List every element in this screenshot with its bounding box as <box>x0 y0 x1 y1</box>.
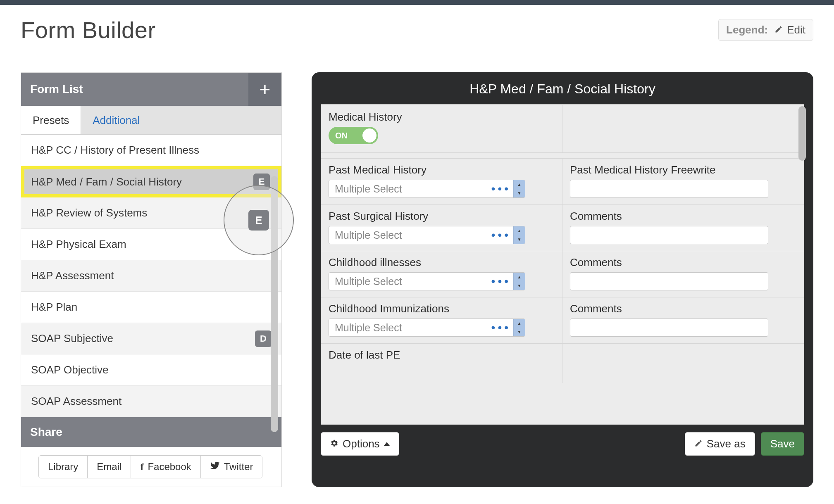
form-list-item[interactable]: H&P Physical Exam <box>21 229 281 260</box>
twitter-icon <box>210 461 220 473</box>
select-placeholder: Multiple Select <box>329 183 489 195</box>
form-item-label: H&P Review of Systems <box>31 207 147 219</box>
form-list-item[interactable]: SOAP Subjective D <box>21 323 281 354</box>
form-editor-panel: H&P Med / Fam / Social History Medical H… <box>312 72 813 487</box>
legend-label: Legend: <box>726 24 768 36</box>
share-button-group: Library Email f Facebook Twitter <box>38 455 262 478</box>
field-label: Past Medical History <box>329 164 555 176</box>
form-list-item[interactable]: H&P Review of Systems <box>21 197 281 229</box>
form-editor-title: H&P Med / Fam / Social History <box>312 72 813 104</box>
form-list: H&P CC / History of Present Illness H&P … <box>21 135 281 417</box>
facebook-icon: f <box>140 461 143 473</box>
pencil-icon <box>694 437 703 450</box>
form-list-scrollbar[interactable] <box>271 176 278 432</box>
form-item-label: SOAP Objective <box>31 364 108 376</box>
tab-additional[interactable]: Additional <box>81 106 151 134</box>
save-button[interactable]: Save <box>761 432 804 456</box>
gear-icon <box>330 437 338 450</box>
form-list-item[interactable]: H&P CC / History of Present Illness <box>21 135 281 166</box>
field-label: Childhood Immunizations <box>329 302 555 315</box>
immunizations-comments-input[interactable] <box>570 319 768 337</box>
form-list-header: Form List + <box>21 73 281 106</box>
medical-history-toggle[interactable]: ON <box>329 127 378 144</box>
stepper-icon[interactable]: ▲▼ <box>513 319 525 336</box>
form-list-item[interactable]: SOAP Assessment <box>21 386 281 417</box>
surgical-comments-input[interactable] <box>570 226 768 244</box>
plus-icon: + <box>260 78 271 100</box>
form-item-label: SOAP Assessment <box>31 395 122 408</box>
ellipsis-icon: ••• <box>489 275 513 288</box>
stepper-icon[interactable]: ▲▼ <box>513 226 525 244</box>
form-item-label: H&P Plan <box>31 301 77 314</box>
form-item-label: H&P Physical Exam <box>31 238 126 251</box>
field-label: Comments <box>570 256 796 269</box>
childhood-illness-comments-input[interactable] <box>570 272 768 290</box>
select-placeholder: Multiple Select <box>329 322 489 334</box>
ellipsis-icon: ••• <box>489 321 513 334</box>
form-item-label: H&P CC / History of Present Illness <box>31 144 199 157</box>
share-facebook-label: Facebook <box>148 461 191 473</box>
save-label: Save <box>770 437 795 450</box>
form-item-label: H&P Assessment <box>31 269 114 282</box>
page-title: Form Builder <box>21 17 156 43</box>
ellipsis-icon: ••• <box>489 182 513 195</box>
caret-up-icon <box>384 442 390 446</box>
field-label: Date of last PE <box>329 349 555 361</box>
options-label: Options <box>343 437 380 450</box>
form-list-title: Form List <box>21 83 83 96</box>
form-list-item[interactable]: SOAP Objective <box>21 354 281 386</box>
section-label: Medical History <box>329 111 555 124</box>
toggle-state-label: ON <box>335 131 348 140</box>
share-email-button[interactable]: Email <box>88 456 131 478</box>
share-header: Share <box>21 417 281 447</box>
form-item-badge: D <box>255 330 272 347</box>
form-item-label: SOAP Subjective <box>31 332 113 345</box>
field-label: Comments <box>570 210 796 223</box>
toggle-knob <box>362 128 376 143</box>
share-twitter-label: Twitter <box>224 461 253 473</box>
field-label: Comments <box>570 302 796 315</box>
field-label: Past Medical History Freewrite <box>570 164 796 176</box>
save-as-button[interactable]: Save as <box>685 432 755 456</box>
form-body-scrollbar[interactable] <box>798 106 806 161</box>
stepper-icon[interactable]: ▲▼ <box>513 273 525 290</box>
form-list-panel: Form List + Presets Additional H&P CC / … <box>21 72 282 487</box>
add-form-button[interactable]: + <box>248 73 281 106</box>
share-facebook-button[interactable]: f Facebook <box>131 456 200 478</box>
form-list-item[interactable]: H&P Assessment <box>21 260 281 292</box>
legend-box: Legend: Edit <box>718 19 813 41</box>
form-item-label: H&P Med / Fam / Social History <box>31 176 182 188</box>
form-editor-body: Medical History ON Past Medical History <box>321 104 804 425</box>
stepper-icon[interactable]: ▲▼ <box>513 180 525 197</box>
select-placeholder: Multiple Select <box>329 229 489 241</box>
select-placeholder: Multiple Select <box>329 276 489 288</box>
form-list-tabs: Presets Additional <box>21 106 281 135</box>
legend-edit-button[interactable]: Edit <box>787 24 805 36</box>
save-as-label: Save as <box>707 437 746 450</box>
form-list-item-selected[interactable]: H&P Med / Fam / Social History E <box>21 166 281 197</box>
past-medical-history-freewrite-input[interactable] <box>570 180 768 198</box>
past-surgical-history-select[interactable]: Multiple Select ••• ▲▼ <box>329 226 525 244</box>
tab-presets[interactable]: Presets <box>21 106 81 134</box>
field-label: Childhood illnesses <box>329 256 555 269</box>
childhood-illnesses-select[interactable]: Multiple Select ••• ▲▼ <box>329 272 525 290</box>
pencil-icon[interactable] <box>774 25 783 35</box>
form-list-item[interactable]: H&P Plan <box>21 292 281 323</box>
app-topbar <box>0 0 834 5</box>
past-medical-history-select[interactable]: Multiple Select ••• ▲▼ <box>329 180 525 198</box>
options-button[interactable]: Options <box>321 432 399 456</box>
field-label: Past Surgical History <box>329 210 555 223</box>
form-item-badge: E <box>253 174 270 190</box>
share-twitter-button[interactable]: Twitter <box>201 456 262 478</box>
ellipsis-icon: ••• <box>489 228 513 242</box>
childhood-immunizations-select[interactable]: Multiple Select ••• ▲▼ <box>329 319 525 337</box>
share-library-button[interactable]: Library <box>39 456 88 478</box>
